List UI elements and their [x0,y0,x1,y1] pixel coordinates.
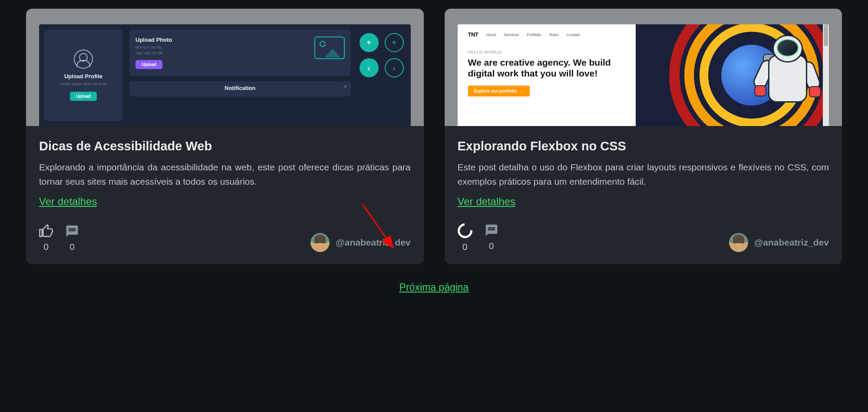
mock-upload-photo-sub2: max size 15 Mb [135,50,307,56]
post-title: Explorando Flexbox no CSS [458,139,829,153]
details-link[interactable]: Ver detalhes [458,196,829,208]
plus-icon: + [360,33,379,52]
likes-count: 0 [43,242,49,252]
thumb-up-icon[interactable] [39,224,53,238]
user-icon [74,50,93,69]
mock-upload-button: Upload [70,92,97,101]
comment-icon[interactable] [65,224,79,238]
mock-upload-photo-title: Upload Photo [135,37,307,43]
author-handle[interactable]: @anabeatriz_dev [336,237,410,248]
mock-nav-item: Contact [566,33,580,37]
mock-upload-profile-sub: Lorem ipsum dolor sit amet [60,81,107,87]
comments-count: 0 [69,242,75,252]
mock-upload-profile-title: Upload Profile [64,73,102,80]
likes-count: 0 [462,242,468,252]
mock-upload-button-purple: Upload [135,60,162,69]
image-placeholder-icon [314,37,345,59]
author-avatar[interactable] [310,233,330,252]
comments-count: 0 [489,241,494,251]
chevron-left-icon: ‹ [360,58,379,77]
next-page-link[interactable]: Próxima página [399,282,469,293]
post-description: Este post detalha o uso do Flexbox para … [458,160,829,189]
cards-grid: Upload Profile Lorem ipsum dolor sit ame… [26,9,842,264]
card-image: Upload Profile Lorem ipsum dolor sit ame… [26,9,424,126]
post-description: Explorando a importância da acessibilida… [39,160,411,189]
loading-spinner-icon [455,220,475,241]
post-card: Upload Profile Lorem ipsum dolor sit ame… [26,9,424,264]
mock-nav-item: Services [504,33,519,37]
mock-logo: TNT [468,31,479,38]
author-handle[interactable]: @anabeatriz_dev [754,237,829,248]
mock-cta-button: Explore our portfolio → [468,86,530,96]
details-link[interactable]: Ver detalhes [39,196,411,208]
arrow-right-icon: → [519,89,524,93]
mock-nav-item: About [486,33,496,37]
card-image: TNT About Services Portfolio Team Contac… [445,9,842,126]
post-title: Dicas de Acessibilidade Web [39,139,411,153]
mock-nav-item: Team [549,33,558,37]
astronaut-illustration [751,33,825,111]
mock-hello-text: HELLO WORLD! [468,50,626,54]
scrollbar [823,24,829,126]
author-avatar[interactable] [729,233,748,252]
comment-icon[interactable] [485,223,498,237]
mock-nav-item: Portfolio [527,33,541,37]
plus-icon: + [385,33,404,52]
mock-headline: We are creative agency. We build digital… [468,57,626,79]
chevron-right-icon: › [385,58,404,77]
mock-notification-title: Notification [136,85,344,91]
post-card: TNT About Services Portfolio Team Contac… [445,9,842,264]
mock-upload-photo-sub1: Min size 24 Kb, [135,45,307,50]
